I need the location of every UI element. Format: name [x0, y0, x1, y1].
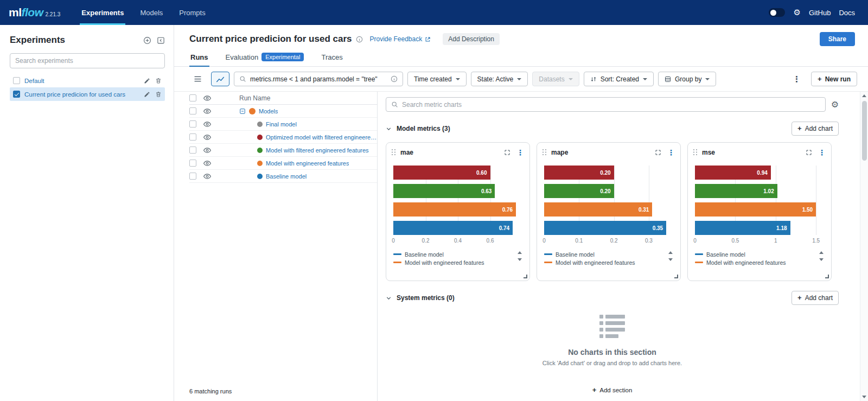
run-checkbox[interactable] — [189, 133, 196, 141]
vertical-scrollbar[interactable] — [860, 92, 868, 401]
chevron-down-icon[interactable] — [386, 126, 392, 132]
metric-bar[interactable]: 1.50 — [695, 202, 816, 217]
provide-feedback-link[interactable]: Provide Feedback — [369, 35, 431, 43]
metric-bar[interactable]: 0.35 — [544, 221, 666, 235]
run-name-link[interactable]: Final model — [266, 121, 297, 128]
drag-handle-icon[interactable] — [542, 149, 547, 156]
resize-handle[interactable] — [524, 275, 527, 278]
add-description-button[interactable]: Add Description — [443, 33, 500, 45]
tab-evaluation[interactable]: Evaluation Experimental — [225, 50, 305, 66]
run-checkbox[interactable] — [189, 147, 196, 154]
list-view-button[interactable] — [188, 72, 207, 86]
legend-item[interactable]: Model with engineered features — [544, 258, 665, 266]
run-checkbox[interactable] — [189, 160, 196, 167]
legend-scroll-down-icon[interactable] — [518, 258, 522, 261]
experiment-checkbox[interactable] — [13, 77, 20, 84]
experiment-search-input[interactable] — [10, 53, 165, 68]
add-chart-button[interactable]: Add chart — [792, 122, 839, 136]
nav-item-models[interactable]: Models — [132, 0, 171, 25]
experiment-name-link[interactable]: Current price predicion for used cars — [24, 91, 139, 98]
experiment-item-current[interactable]: Current price predicion for used cars — [10, 87, 165, 101]
legend-scroll-down-icon[interactable] — [819, 258, 824, 261]
legend-item[interactable]: Model with engineered features — [695, 258, 815, 266]
legend-scroll-up-icon[interactable] — [518, 251, 522, 254]
legend-scroll-down-icon[interactable] — [668, 258, 673, 261]
collapse-group-icon[interactable] — [239, 108, 246, 114]
metric-bar[interactable]: 1.18 — [695, 221, 790, 235]
scroll-down-arrow-icon[interactable] — [862, 396, 866, 398]
fullscreen-icon[interactable] — [655, 149, 661, 156]
run-name-link[interactable]: Baseline model — [266, 173, 307, 180]
chart-menu-icon[interactable] — [516, 148, 524, 157]
run-row[interactable]: Optimized model with filtered engineered… — [189, 131, 377, 144]
drag-handle-icon[interactable] — [693, 149, 698, 156]
legend-scroll-up-icon[interactable] — [668, 251, 673, 254]
theme-toggle[interactable] — [769, 8, 785, 17]
info-icon[interactable] — [356, 36, 363, 43]
run-row[interactable]: Model with engineered features — [189, 157, 377, 170]
delete-experiment-icon[interactable] — [155, 91, 162, 98]
metric-bar[interactable]: 0.94 — [695, 166, 771, 180]
visibility-eye-icon[interactable] — [203, 147, 211, 154]
metric-bar[interactable]: 0.20 — [544, 184, 614, 198]
add-section-button[interactable]: Add section — [592, 381, 633, 401]
metric-bar[interactable]: 0.76 — [393, 202, 516, 217]
new-experiment-icon[interactable] — [143, 36, 151, 44]
toolbar-menu-icon[interactable] — [791, 74, 802, 84]
legend-item[interactable]: Baseline model — [544, 250, 665, 258]
resize-handle[interactable] — [825, 275, 829, 278]
metric-bar[interactable]: 0.20 — [544, 166, 614, 180]
nav-item-experiments[interactable]: Experiments — [73, 0, 132, 25]
chart-search-input[interactable] — [402, 101, 820, 109]
experiment-item-default[interactable]: Default — [10, 74, 165, 87]
collapse-panel-icon[interactable] — [157, 36, 165, 44]
run-row[interactable]: Model with filtered engineered features — [189, 144, 377, 157]
settings-gear-icon[interactable] — [793, 8, 800, 17]
tab-runs[interactable]: Runs — [189, 50, 209, 66]
select-all-checkbox[interactable] — [189, 94, 196, 101]
chart-menu-icon[interactable] — [667, 148, 675, 157]
group-by-dropdown[interactable]: Group by — [658, 72, 716, 86]
run-row[interactable]: Final model — [189, 118, 377, 131]
chart-menu-icon[interactable] — [818, 148, 826, 157]
visibility-eye-icon[interactable] — [203, 121, 211, 128]
run-name-link[interactable]: Model with engineered features — [266, 160, 349, 167]
legend-item[interactable]: Baseline model — [695, 250, 815, 258]
nav-item-prompts[interactable]: Prompts — [171, 0, 213, 25]
metric-bar[interactable]: 0.63 — [393, 184, 495, 198]
chart-settings-gear-icon[interactable] — [831, 99, 839, 110]
fullscreen-icon[interactable] — [806, 149, 812, 156]
metric-bar[interactable]: 1.02 — [695, 184, 777, 198]
rename-experiment-icon[interactable] — [144, 78, 150, 84]
legend-scroll-up-icon[interactable] — [819, 251, 824, 254]
section-title[interactable]: System metrics (0) — [397, 294, 455, 302]
run-checkbox[interactable] — [189, 173, 196, 180]
docs-link[interactable]: Docs — [839, 9, 855, 17]
legend-item[interactable]: Baseline model — [393, 250, 514, 258]
new-run-button[interactable]: New run — [811, 72, 857, 86]
visibility-eye-icon[interactable] — [203, 95, 211, 101]
metric-bar[interactable]: 0.60 — [393, 166, 490, 180]
rename-experiment-icon[interactable] — [144, 91, 150, 98]
visibility-eye-icon[interactable] — [203, 160, 211, 167]
chart-view-button[interactable] — [211, 72, 229, 86]
sort-dropdown[interactable]: Sort: Created — [584, 72, 654, 86]
visibility-eye-icon[interactable] — [203, 173, 211, 180]
legend-item[interactable]: Model with engineered features — [393, 258, 514, 266]
metric-bar[interactable]: 0.74 — [393, 221, 513, 235]
experiment-checkbox[interactable] — [13, 91, 20, 98]
time-created-dropdown[interactable]: Time created — [407, 72, 467, 86]
runs-filter-input[interactable] — [250, 75, 387, 83]
share-button[interactable]: Share — [820, 32, 855, 46]
run-row[interactable]: Baseline model — [189, 170, 377, 183]
drag-handle-icon[interactable] — [392, 149, 396, 156]
run-name-link[interactable]: Optimized model with filtered engineered… — [266, 134, 377, 141]
metric-bar[interactable]: 0.31 — [544, 202, 652, 217]
add-chart-button[interactable]: Add chart — [792, 291, 839, 305]
scrollbar-thumb[interactable] — [862, 101, 867, 161]
delete-experiment-icon[interactable] — [155, 77, 162, 84]
scroll-up-arrow-icon[interactable] — [862, 94, 866, 97]
experiment-name-link[interactable]: Default — [24, 78, 139, 84]
fullscreen-icon[interactable] — [504, 149, 510, 156]
datasets-dropdown[interactable]: Datasets — [532, 72, 579, 86]
